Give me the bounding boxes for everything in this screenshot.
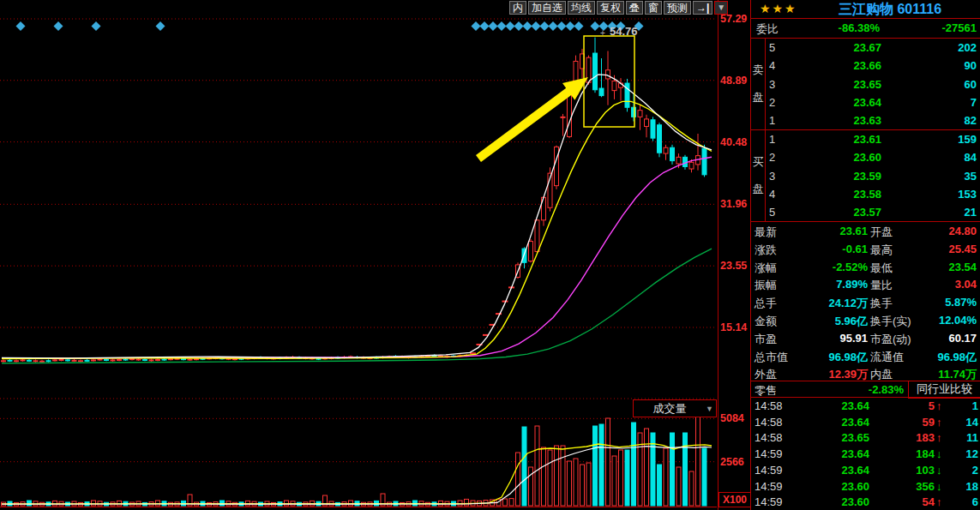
volume-unit-label: X100 (718, 492, 751, 507)
stats-row: 金额5.96亿 换手(实)12.04% (751, 311, 980, 329)
stats-row: 振幅7.89% 量比3.04 (751, 275, 980, 293)
toolbar-button-ma[interactable]: 均线 (568, 1, 595, 15)
trade-direction-icon (936, 416, 942, 429)
price-axis-label: 40.48 (720, 136, 747, 148)
quote-panel: ★★★ 三江购物 601116 委比 -86.38% -27561 卖 盘 52… (751, 0, 980, 510)
trade-direction-icon (936, 431, 942, 444)
tick-row: 14:5923.64 103 2 (751, 462, 980, 478)
trade-direction-icon (936, 447, 942, 460)
bid-side-label: 买 盘 (751, 130, 766, 221)
ask-level-row[interactable]: 123.6382 (766, 111, 980, 129)
committee-ratio-row: 委比 -86.38% -27561 (751, 19, 980, 38)
ask-level-row[interactable]: 223.647 (766, 93, 980, 111)
trade-direction-icon (936, 480, 942, 493)
bid-level-row[interactable]: 523.5721 (766, 203, 980, 221)
tick-row: 14:5923.60 54 6 (751, 494, 980, 510)
volume-axis-label: 2566 (720, 456, 744, 468)
toolbar-button-nei[interactable]: 内 (509, 1, 526, 15)
ask-book: 卖 盘 523.67202 423.6690 323.6560 223.647 … (751, 39, 980, 129)
trade-direction-icon (936, 464, 942, 477)
tick-row: 14:5823.65 183 11 (751, 429, 980, 446)
toolbar-button-adjust[interactable]: 复权 (597, 1, 624, 15)
stats-row: 涨跌-0.61 最高25.45 (751, 240, 980, 258)
tick-row: 14:5823.64 59 14 (751, 414, 980, 430)
volume-indicator-selector[interactable]: 成交量 ▼ (633, 399, 717, 417)
bid-level-row[interactable]: 323.5935 (766, 167, 980, 185)
price-axis-label: 23.55 (720, 260, 747, 272)
stats-row: 市盈95.91 市盈(动)60.17 (751, 329, 980, 347)
toolbar-button-forecast[interactable]: 预测 (664, 1, 691, 15)
stock-name: 三江购物 (839, 2, 893, 16)
stock-header: ★★★ 三江购物 601116 (751, 0, 980, 18)
price-axis-label: 15.14 (720, 321, 747, 333)
chart-toolbar: 内 加自选 均线 复权 叠 窗 预测 →| ▼ (509, 0, 728, 15)
stats-row: 总市值96.98亿 流通值96.98亿 (751, 347, 980, 365)
toolbar-dropdown-icon[interactable]: ▼ (714, 1, 728, 15)
stock-code: 601116 (897, 2, 941, 16)
ask-side-label: 卖 盘 (751, 39, 766, 129)
bid-level-row[interactable]: 223.6084 (766, 148, 980, 166)
tick-list[interactable]: 14:5823.64 5 1 14:5823.64 59 14 14:5823.… (751, 398, 980, 510)
high-price-annotation: 54.76 (610, 25, 638, 38)
volume-pane-title: 成交量 (634, 401, 706, 417)
price-axis-label: 48.89 (720, 75, 747, 87)
ask-level-row[interactable]: 423.6690 (766, 57, 980, 75)
bid-book: 买 盘 123.61159 223.6084 323.5935 423.5815… (751, 130, 980, 221)
bid-level-row[interactable]: 123.61159 (766, 130, 980, 148)
price-axis-line (718, 0, 718, 510)
chevron-down-icon[interactable]: ▼ (706, 405, 716, 413)
stats-row: 总手24.12万 换手5.87% (751, 293, 980, 311)
trading-terminal-window: 内 加自选 均线 复权 叠 窗 预测 →| ▼ + 54.76 57.29 48… (0, 0, 980, 510)
volume-axis-label: 5084 (720, 412, 744, 424)
toolbar-button-add-watchlist[interactable]: 加自选 (528, 1, 566, 15)
tick-row: 14:5923.60 356 18 (751, 478, 980, 495)
ask-level-row[interactable]: 323.6560 (766, 75, 980, 93)
skip-to-end-icon[interactable]: →| (693, 1, 712, 15)
weibi-label: 委比 (756, 21, 779, 37)
trade-direction-icon (936, 399, 942, 412)
weibi-percent: -86.38% (803, 21, 880, 34)
industry-compare-button[interactable]: 同行业比较 (908, 381, 980, 399)
sector-row: 零售 -2.83% 同行业比较 (751, 381, 980, 397)
stats-row: 涨幅-2.52% 最低23.54 (751, 258, 980, 276)
rating-stars-icon: ★★★ (760, 2, 797, 15)
stock-title: 三江购物 601116 (804, 1, 976, 19)
ask-level-row[interactable]: 523.67202 (766, 39, 980, 57)
candlestick-chart[interactable] (0, 0, 718, 510)
toolbar-button-window[interactable]: 窗 (645, 1, 662, 15)
price-axis-label: 31.96 (720, 198, 747, 210)
trade-direction-icon (936, 495, 942, 508)
weibi-diff: -27561 (942, 21, 977, 34)
bid-level-row[interactable]: 423.58153 (766, 185, 980, 203)
toolbar-button-overlay[interactable]: 叠 (626, 1, 643, 15)
stats-row: 最新23.61 开盘24.80 (751, 222, 980, 240)
tick-row: 14:5923.64 184 12 (751, 446, 980, 462)
sector-change: -2.83% (837, 383, 904, 396)
high-point-marker: + (600, 28, 605, 38)
tick-row: 14:5823.64 5 1 (751, 398, 980, 414)
